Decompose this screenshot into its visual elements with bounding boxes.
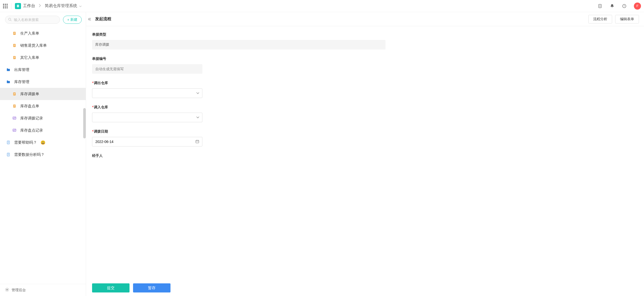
svg-rect-9 (14, 34, 14, 34)
bell-icon[interactable] (610, 4, 615, 9)
in-warehouse-label: 调入仓库 (92, 105, 202, 110)
out-warehouse-label: 调出仓库 (92, 81, 202, 85)
caret-down-icon (79, 4, 82, 8)
svg-rect-24 (14, 106, 15, 106)
sidebar-item-label: 销售退货入库单 (20, 43, 47, 48)
page-icon (6, 152, 11, 157)
doc-icon (12, 92, 17, 96)
search-icon (8, 18, 12, 22)
admin-backend-label: 管理后台 (12, 288, 26, 292)
svg-rect-20 (14, 94, 15, 94)
sidebar-item-2[interactable]: 其它入库单 (0, 52, 86, 64)
workbench-link[interactable]: 工作台 (23, 3, 35, 9)
help-icon[interactable]: ? (622, 4, 627, 9)
save-draft-button[interactable]: 暂存 (133, 283, 170, 292)
svg-rect-16 (14, 57, 15, 58)
plus-icon: + (67, 18, 69, 22)
svg-point-4 (9, 18, 11, 20)
transfer-date-label: 调拨日期 (92, 129, 202, 134)
search-input[interactable] (5, 16, 60, 24)
sidebar-item-6[interactable]: 库存盘点单 (0, 100, 86, 112)
svg-rect-17 (14, 58, 14, 58)
edit-form-button[interactable]: 编辑表单 (615, 15, 639, 23)
collapse-sidebar-button[interactable] (86, 13, 93, 25)
sidebar-item-label: 库存管理 (14, 80, 29, 84)
out-warehouse-select[interactable] (92, 88, 202, 98)
divider (11, 3, 11, 9)
sidebar-item-5[interactable]: 库存调拨单 (0, 88, 86, 100)
svg-text:?: ? (624, 5, 625, 7)
folder-icon (6, 67, 11, 72)
sidebar-item-label: 库存盘点单 (20, 104, 39, 109)
sidebar-item-label: 需要帮助吗？ (14, 140, 37, 145)
svg-rect-21 (14, 94, 14, 95)
search-box (5, 16, 60, 24)
doc-icon (12, 31, 17, 36)
form-area: 单据类型 库存调拨 单据编号 调出仓库 调入仓库 (86, 26, 644, 280)
footer-bar: 提交 暂存 (86, 280, 644, 296)
sidebar: + 新建 生产入库单销售退货入库单其它入库单出库管理库存管理库存调拨单库存盘点单… (0, 12, 86, 296)
doc-icon (12, 104, 17, 108)
chevron-right-icon (39, 4, 41, 8)
scrollbar-thumb[interactable] (83, 108, 86, 138)
submit-button[interactable]: 提交 (92, 283, 130, 292)
page-icon (6, 140, 11, 145)
avatar[interactable]: F (634, 3, 641, 10)
sidebar-item-label: 其它入库单 (20, 55, 39, 60)
doc-no-input (92, 64, 202, 74)
top-bar: 工作台 简易仓库管理系统 ? F (0, 0, 644, 12)
svg-rect-11 (14, 45, 15, 45)
sidebar-item-label: 库存调拨单 (20, 92, 39, 96)
transfer-date-input[interactable] (92, 137, 202, 146)
doc-no-label: 单据编号 (92, 57, 202, 61)
gear-icon (5, 288, 9, 292)
svg-rect-23 (14, 105, 15, 106)
history-icon[interactable] (597, 4, 603, 9)
sidebar-item-0[interactable]: 生产入库单 (0, 27, 86, 39)
chart-icon (12, 116, 17, 120)
sidebar-item-label: 库存盘点记录 (20, 128, 43, 133)
svg-rect-13 (14, 46, 14, 46)
svg-rect-25 (14, 107, 14, 107)
apps-grid-icon[interactable] (3, 4, 8, 8)
sidebar-item-3[interactable]: 出库管理 (0, 64, 86, 76)
emoji-icon: 😃 (40, 140, 46, 145)
new-button[interactable]: + 新建 (63, 16, 82, 24)
handler-label: 经手人 (92, 154, 202, 158)
sidebar-item-label: 需要数据分析吗？ (14, 152, 45, 157)
sidebar-item-7[interactable]: 库存调拨记录 (0, 112, 86, 124)
folder-icon (6, 80, 11, 84)
sidebar-item-label: 出库管理 (14, 67, 29, 72)
in-warehouse-select[interactable] (92, 113, 202, 122)
svg-rect-12 (14, 45, 15, 45)
sidebar-item-4[interactable]: 库存管理 (0, 76, 86, 88)
sidebar-item-8[interactable]: 库存盘点记录 (0, 124, 86, 136)
brand-icon[interactable] (15, 3, 21, 9)
new-button-label: 新建 (70, 17, 77, 22)
sidebar-item-10[interactable]: 需要数据分析吗？ (0, 149, 86, 161)
sidebar-item-1[interactable]: 销售退货入库单 (0, 39, 86, 52)
svg-rect-7 (14, 33, 15, 33)
page-title: 发起流程 (95, 16, 111, 22)
doc-type-value: 库存调拨 (92, 40, 385, 50)
sidebar-item-label: 生产入库单 (20, 31, 39, 36)
process-analysis-button[interactable]: 流程分析 (588, 15, 612, 23)
admin-backend-link[interactable]: 管理后台 (0, 284, 86, 296)
doc-icon (12, 55, 17, 60)
svg-rect-8 (14, 33, 15, 33)
svg-line-5 (10, 20, 11, 21)
doc-icon (12, 43, 17, 48)
svg-rect-15 (14, 57, 15, 57)
chart-icon (12, 128, 17, 133)
svg-point-36 (7, 289, 8, 290)
svg-rect-19 (14, 93, 15, 93)
sidebar-item-label: 库存调拨记录 (20, 116, 43, 121)
sidebar-item-9[interactable]: 需要帮助吗？😃 (0, 136, 86, 149)
main-header: 发起流程 流程分析 编辑表单 (86, 12, 644, 26)
doc-type-label: 单据类型 (92, 32, 385, 37)
app-name-dropdown[interactable]: 简易仓库管理系统 (45, 3, 77, 9)
